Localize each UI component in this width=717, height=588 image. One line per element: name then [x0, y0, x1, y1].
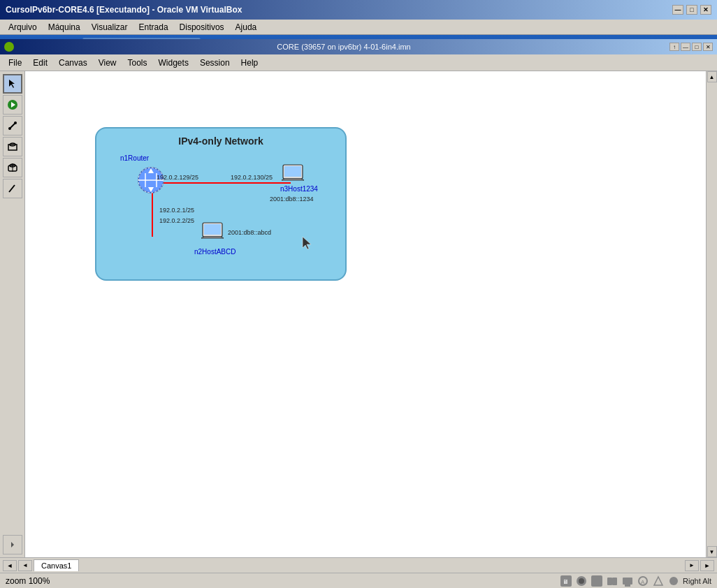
host2-ip-top: 192.0.2.1/25 — [159, 207, 194, 214]
minimize-btn[interactable]: — — [672, 5, 683, 15]
svg-rect-48 — [625, 585, 630, 587]
host3-label: n3Host1234 — [280, 185, 318, 193]
nav-right-btn[interactable]: ► — [700, 560, 714, 571]
canvas-area[interactable]: ▲ ▼ IPv4-only Network — [25, 71, 717, 557]
net-tool-btn[interactable] — [3, 158, 22, 177]
svg-text:A: A — [641, 579, 645, 585]
core-up-btn[interactable]: ↑ — [669, 43, 679, 51]
nav-right-first-btn[interactable]: ◄ — [18, 560, 32, 571]
svg-marker-12 — [9, 80, 15, 88]
core-window-controls: ↑ — □ ✕ — [669, 43, 713, 51]
canvas-tab[interactable]: Canvas1 — [34, 559, 79, 571]
svg-rect-45 — [607, 578, 612, 585]
core-window: CORE (39657 on ipv6br) 4-01-6in4.imn ↑ —… — [0, 39, 717, 588]
status-bar: zoom 100% 🖥 A — [0, 573, 717, 588]
menu-dispositivos[interactable]: Dispositivos — [174, 21, 230, 34]
win-menubar: Arquivo Máquina Visualizar Entrada Dispo… — [0, 20, 717, 35]
core-menubar: File Edit Canvas View Tools Widgets Sess… — [0, 54, 717, 71]
svg-rect-47 — [623, 578, 632, 585]
svg-marker-51 — [654, 577, 662, 585]
svg-point-52 — [669, 577, 678, 585]
menu-entrada[interactable]: Entrada — [133, 21, 174, 34]
menu-help[interactable]: Help — [236, 57, 264, 69]
svg-marker-38 — [201, 237, 224, 238]
left-toolbar — [0, 71, 25, 557]
core-restore-btn[interactable]: □ — [692, 43, 702, 51]
menu-view[interactable]: View — [93, 57, 122, 69]
network-group: IPv4-only Network — [95, 127, 347, 281]
svg-point-16 — [8, 127, 11, 130]
svg-rect-34 — [284, 166, 301, 177]
core-minimize-btn[interactable]: — — [681, 43, 690, 51]
svg-marker-35 — [282, 179, 304, 180]
cursor-tool-btn[interactable] — [3, 74, 22, 94]
svg-point-17 — [14, 122, 17, 124]
status-icon-1: 🖥 — [560, 575, 572, 587]
host2-ip-bottom: 192.0.2.2/25 — [159, 217, 194, 224]
menu-maquina[interactable]: Máquina — [43, 21, 86, 34]
win-titlebar: CursoIPv6br-CORE4.6 [Executando] - Oracl… — [0, 0, 717, 20]
menu-arquivo[interactable]: Arquivo — [3, 21, 43, 34]
host2-label: n2HostABCD — [194, 248, 236, 256]
status-icon-4 — [606, 575, 618, 587]
cursor-indicator — [303, 237, 311, 249]
status-icon-8 — [667, 575, 680, 587]
vertical-scrollbar[interactable]: ▲ ▼ — [706, 71, 717, 557]
expand-btn[interactable] — [3, 535, 22, 554]
status-icon-6: A — [637, 575, 649, 587]
menu-widgets[interactable]: Widgets — [153, 57, 194, 69]
main-content: ▲ ▼ IPv4-only Network — [0, 71, 717, 557]
win-title: CursoIPv6br-CORE4.6 [Executando] - Oracl… — [6, 5, 672, 15]
svg-text:🖥: 🖥 — [563, 578, 569, 585]
close-btn[interactable]: ✕ — [700, 5, 711, 15]
menu-session[interactable]: Session — [194, 57, 236, 69]
network-diagram-svg: n1Router 192.0.2.129/25 192.0.2.130/25 n… — [96, 128, 345, 279]
core-close-btn[interactable]: ✕ — [703, 43, 713, 51]
core-app-icon — [4, 42, 14, 52]
link-tool-btn[interactable] — [3, 116, 22, 135]
play-tool-btn[interactable] — [3, 95, 22, 115]
win-controls: — □ ✕ — [672, 5, 711, 15]
router-label: n1Router — [120, 154, 150, 162]
svg-marker-39 — [303, 237, 311, 249]
host2-ip6: 2001:db8::abcd — [228, 229, 271, 236]
svg-rect-44 — [591, 575, 602, 587]
svg-point-43 — [579, 578, 584, 584]
host3-ip6: 2001:db8::1234 — [270, 196, 314, 203]
box-tool-btn[interactable] — [3, 137, 22, 156]
menu-file[interactable]: File — [3, 57, 27, 69]
menu-ajuda[interactable]: Ajuda — [230, 21, 263, 34]
host3-node[interactable] — [282, 165, 304, 180]
svg-marker-25 — [11, 542, 14, 547]
scroll-up-btn[interactable]: ▲ — [707, 71, 717, 82]
menu-tools[interactable]: Tools — [122, 57, 153, 69]
nav-right-last-btn[interactable]: ► — [685, 560, 699, 571]
router-ip-right: 192.0.2.129/25 — [157, 174, 198, 181]
host3-ip-left: 192.0.2.130/25 — [231, 174, 273, 181]
status-icon-2 — [575, 575, 588, 587]
scroll-down-btn[interactable]: ▼ — [707, 546, 717, 557]
status-icon-5 — [621, 575, 634, 587]
core-titlebar: CORE (39657 on ipv6br) 4-01-6in4.imn ↑ —… — [0, 39, 717, 54]
menu-edit[interactable]: Edit — [27, 57, 53, 69]
svg-rect-46 — [612, 578, 617, 585]
restore-btn[interactable]: □ — [686, 5, 697, 15]
right-alt-label: Right Alt — [683, 577, 711, 585]
host2-node[interactable] — [201, 223, 224, 238]
core-window-title: CORE (39657 on ipv6br) 4-01-6in4.imn — [18, 43, 669, 51]
bottom-nav: ◄ ◄ Canvas1 ► ► — [0, 557, 717, 573]
status-icon-3 — [591, 575, 603, 587]
zoom-label: zoom 100% — [6, 576, 50, 586]
svg-rect-37 — [204, 224, 221, 235]
menu-canvas[interactable]: Canvas — [53, 57, 93, 69]
status-icon-7 — [652, 575, 665, 587]
menu-visualizar[interactable]: Visualizar — [86, 21, 133, 34]
edit-tool-btn[interactable] — [3, 179, 22, 198]
status-icons: 🖥 A Right Alt — [560, 575, 711, 587]
nav-left-btn[interactable]: ◄ — [3, 560, 17, 571]
